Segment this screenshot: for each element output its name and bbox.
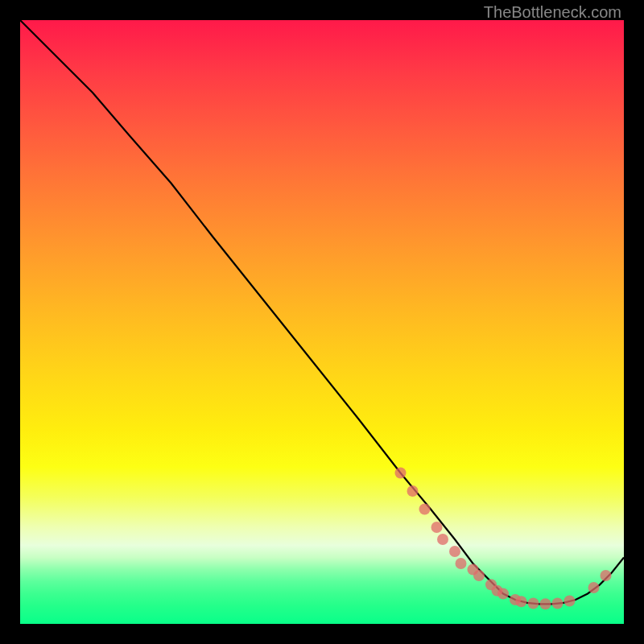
marker-point xyxy=(552,598,564,609)
marker-point xyxy=(449,546,460,557)
marker-point xyxy=(540,598,551,609)
gradient-plot-area xyxy=(20,20,624,624)
marker-point xyxy=(473,570,485,581)
marker-point xyxy=(588,582,600,593)
curve-markers xyxy=(395,468,612,610)
watermark-label: TheBottleneck.com xyxy=(484,3,621,22)
marker-point xyxy=(601,570,612,581)
marker-point xyxy=(437,534,448,545)
marker-point xyxy=(497,588,509,600)
curve-layer xyxy=(20,20,624,624)
marker-point xyxy=(564,596,576,607)
marker-point xyxy=(431,522,443,533)
chart-stage: TheBottleneck.com xyxy=(0,0,644,644)
marker-point xyxy=(456,558,467,569)
marker-point xyxy=(395,468,407,479)
bottleneck-curve xyxy=(20,20,624,604)
marker-point xyxy=(528,598,539,609)
marker-point xyxy=(407,485,419,497)
marker-point xyxy=(516,596,527,607)
marker-point xyxy=(419,504,431,515)
